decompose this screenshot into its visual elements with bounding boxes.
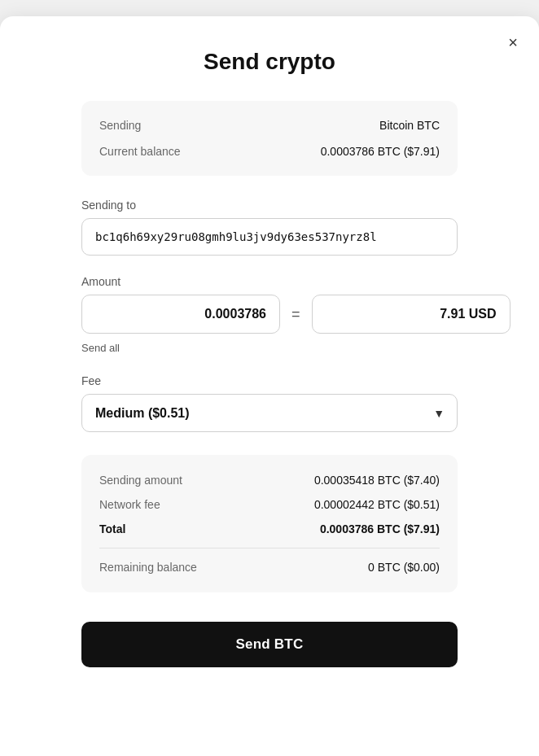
sending-to-section: Sending to xyxy=(81,199,458,256)
sending-label: Sending xyxy=(99,119,141,132)
address-input[interactable] xyxy=(81,218,458,256)
total-value: 0.0003786 BTC ($7.91) xyxy=(320,522,440,535)
network-fee-row: Network fee 0.00002442 BTC ($0.51) xyxy=(99,494,440,515)
fee-select-wrapper: Low ($0.20) Medium ($0.51) High ($1.02) … xyxy=(81,394,458,432)
total-label: Total xyxy=(99,522,125,535)
sending-amount-value: 0.00035418 BTC ($7.40) xyxy=(314,474,440,487)
send-crypto-modal: × Send crypto Sending Bitcoin BTC Curren… xyxy=(0,16,539,756)
send-btc-button[interactable]: Send BTC xyxy=(81,622,458,667)
send-all-link[interactable]: Send all xyxy=(81,342,120,354)
sending-amount-label: Sending amount xyxy=(99,474,182,487)
usd-amount-input[interactable] xyxy=(312,295,511,334)
modal-title: Send crypto xyxy=(81,49,458,75)
balance-label: Current balance xyxy=(99,145,181,158)
balance-row: Current balance 0.0003786 BTC ($7.91) xyxy=(99,142,440,161)
crypto-info-card: Sending Bitcoin BTC Current balance 0.00… xyxy=(81,101,458,176)
balance-value: 0.0003786 BTC ($7.91) xyxy=(321,145,440,158)
sending-amount-row: Sending amount 0.00035418 BTC ($7.40) xyxy=(99,470,440,491)
amount-row: = xyxy=(81,295,458,334)
total-row: Total 0.0003786 BTC ($7.91) xyxy=(99,518,440,540)
fee-section: Fee Low ($0.20) Medium ($0.51) High ($1.… xyxy=(81,374,458,432)
network-fee-value: 0.00002442 BTC ($0.51) xyxy=(314,498,440,511)
summary-card: Sending amount 0.00035418 BTC ($7.40) Ne… xyxy=(81,455,458,592)
network-fee-label: Network fee xyxy=(99,498,160,511)
remaining-balance-row: Remaining balance 0 BTC ($0.00) xyxy=(99,557,440,578)
sending-row: Sending Bitcoin BTC xyxy=(99,116,440,135)
close-button[interactable]: × xyxy=(505,31,521,54)
amount-section: Amount = Send all xyxy=(81,275,458,355)
remaining-value: 0 BTC ($0.00) xyxy=(368,561,440,574)
sending-value: Bitcoin BTC xyxy=(379,119,440,132)
btc-amount-input[interactable] xyxy=(81,295,280,334)
amount-label: Amount xyxy=(81,275,458,288)
remaining-label: Remaining balance xyxy=(99,561,197,574)
sending-to-label: Sending to xyxy=(81,199,458,212)
equals-sign: = xyxy=(291,306,300,323)
fee-label: Fee xyxy=(81,374,458,387)
summary-divider xyxy=(99,548,440,548)
fee-select[interactable]: Low ($0.20) Medium ($0.51) High ($1.02) xyxy=(81,394,458,432)
